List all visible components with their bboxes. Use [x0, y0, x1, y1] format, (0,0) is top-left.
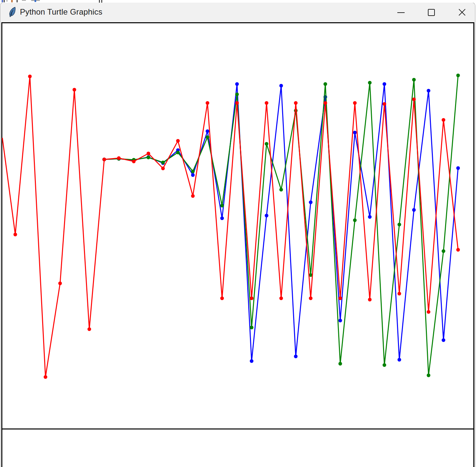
blue-data-dot — [220, 217, 224, 220]
red-data-dot — [58, 282, 62, 285]
green-data-dot — [250, 326, 254, 329]
red-data-dot — [191, 194, 195, 198]
green-data-dot — [442, 249, 445, 253]
green-data-dot — [368, 81, 372, 85]
turtle-plot — [0, 0, 476, 467]
green-data-dot — [147, 156, 150, 159]
blue-data-dot — [412, 208, 416, 212]
red-data-dot — [88, 327, 91, 331]
green-data-dot — [265, 142, 269, 146]
red-data-dot — [398, 292, 401, 296]
blue-data-dot — [279, 84, 283, 88]
blue-data-dot — [339, 319, 342, 323]
red-data-dot — [427, 310, 431, 314]
background-window-fragment — [17, 0, 18, 2]
red-data-dot — [103, 158, 106, 161]
green-data-dot — [353, 219, 357, 222]
background-window-fragment — [22, 0, 26, 1]
red-data-dot — [353, 101, 357, 105]
red-data-dot — [44, 375, 47, 379]
blue-data-dot — [294, 355, 298, 358]
blue-data-dot — [191, 173, 195, 177]
red-data-dot — [117, 156, 121, 160]
background-window-fragment — [7, 0, 7, 2]
red-data-dot — [456, 248, 460, 252]
red-data-dot — [250, 297, 254, 300]
green-data-dot — [398, 223, 401, 227]
green-data-dot — [383, 363, 386, 367]
red-series-line — [2, 76, 458, 377]
red-data-dot — [294, 101, 298, 105]
blue-data-dot — [383, 82, 386, 86]
red-data-dot — [132, 160, 136, 163]
red-data-dot — [324, 101, 327, 105]
green-data-dot — [235, 93, 239, 96]
red-data-dot — [220, 297, 224, 300]
background-window-fragment — [101, 0, 102, 3]
blue-data-dot — [235, 82, 239, 86]
red-data-dot — [279, 297, 283, 300]
blue-data-dot — [353, 131, 357, 135]
green-data-dot — [220, 204, 224, 208]
green-series-line — [104, 75, 458, 375]
green-data-dot — [456, 74, 460, 77]
green-data-dot — [324, 82, 327, 86]
red-data-dot — [28, 75, 32, 78]
background-window-fragment — [99, 0, 100, 3]
red-data-dot — [147, 152, 150, 155]
blue-data-dot — [398, 358, 401, 362]
red-data-dot — [206, 101, 209, 105]
green-data-dot — [427, 374, 431, 377]
red-data-dot — [442, 118, 445, 122]
green-data-dot — [339, 362, 342, 366]
red-data-dot — [265, 101, 269, 105]
blue-data-dot — [206, 130, 209, 133]
green-data-dot — [161, 161, 165, 164]
blue-data-dot — [250, 359, 254, 363]
blue-data-dot — [309, 201, 313, 204]
red-data-dot — [412, 98, 416, 101]
background-window-fragment — [35, 0, 36, 2]
background-window-fragment — [11, 0, 13, 2]
red-data-dot — [161, 167, 165, 170]
green-data-dot — [191, 170, 195, 173]
background-window-fragment — [4, 0, 5, 2]
background-window-sliver — [0, 0, 476, 3]
blue-data-dot — [442, 338, 445, 342]
red-data-dot — [383, 102, 386, 106]
blue-data-dot — [368, 215, 372, 219]
green-data-dot — [206, 136, 209, 139]
blue-data-dot — [427, 89, 431, 93]
green-data-dot — [176, 151, 180, 154]
red-data-dot — [368, 298, 372, 302]
red-data-dot — [309, 297, 313, 300]
red-data-dot — [339, 297, 342, 300]
red-data-dot — [176, 139, 180, 143]
blue-data-dot — [265, 214, 269, 218]
red-data-dot — [73, 88, 76, 92]
red-data-dot — [14, 233, 17, 236]
red-data-dot — [235, 101, 239, 105]
blue-data-dot — [456, 166, 460, 170]
green-data-dot — [279, 188, 283, 192]
background-window-fragment — [2, 0, 3, 2]
green-data-dot — [412, 78, 416, 82]
